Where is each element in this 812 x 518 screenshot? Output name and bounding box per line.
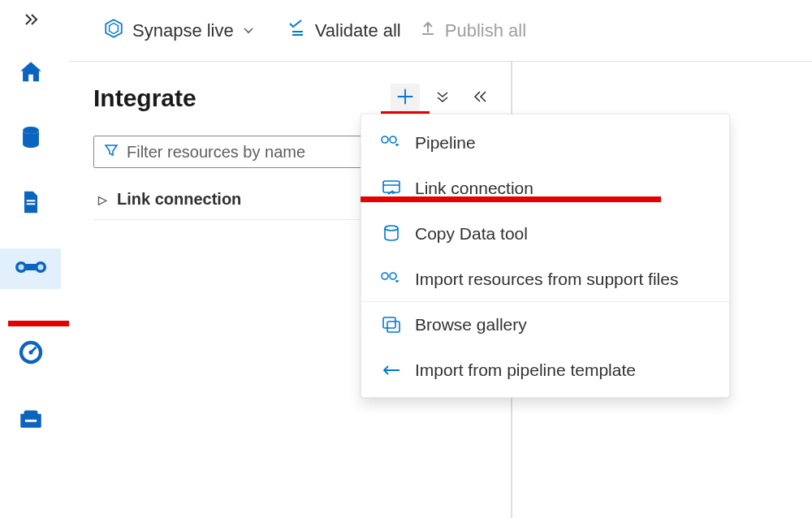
database-icon [17, 123, 45, 155]
sidebar-item-home[interactable] [0, 54, 61, 94]
link-connection-icon [381, 179, 402, 197]
svg-point-5 [37, 264, 43, 270]
caret-right-icon: ▷ [98, 193, 107, 206]
pipeline-icon [15, 253, 47, 285]
import-icon [381, 271, 402, 287]
svg-point-13 [390, 136, 396, 143]
svg-marker-10 [106, 19, 122, 37]
collapse-panel-button[interactable] [465, 84, 495, 113]
svg-point-4 [18, 264, 24, 270]
menu-item-browse-gallery[interactable]: Browse gallery [361, 301, 729, 347]
menu-item-label: Import resources from support files [415, 270, 678, 289]
workspace-mode-label: Synapse live [132, 20, 234, 41]
svg-rect-18 [383, 317, 395, 328]
add-resource-button[interactable] [391, 84, 420, 113]
svg-rect-19 [387, 322, 400, 332]
top-toolbar: Synapse live Validate all Publish all [69, 0, 812, 61]
workspace-mode-button[interactable]: Synapse live [103, 18, 270, 44]
validate-all-label: Validate all [315, 20, 401, 41]
menu-item-import-support[interactable]: Import resources from support files [361, 256, 729, 301]
tree-node-label: Link connection [117, 190, 241, 209]
svg-point-8 [28, 350, 32, 354]
chevron-down-icon [242, 20, 255, 41]
publish-icon [419, 19, 437, 42]
svg-point-0 [23, 126, 39, 133]
publish-all-label: Publish all [445, 20, 526, 41]
add-resource-menu: Pipeline Link connection Copy Data tool … [361, 114, 730, 398]
home-icon [17, 58, 45, 90]
copy-data-icon [381, 224, 402, 244]
menu-item-import-template[interactable]: Import from pipeline template [361, 347, 729, 392]
menu-item-label: Pipeline [415, 133, 476, 153]
sidebar-item-develop[interactable] [0, 183, 61, 224]
expand-all-button[interactable] [428, 84, 457, 113]
left-sidebar [0, 0, 61, 518]
chevrons-right-icon [23, 11, 39, 32]
document-icon [18, 189, 44, 219]
menu-item-pipeline[interactable]: Pipeline [361, 119, 729, 165]
publish-all-button[interactable]: Publish all [419, 19, 526, 42]
svg-rect-14 [383, 181, 400, 192]
svg-point-16 [382, 273, 388, 279]
menu-item-label: Link connection [415, 179, 533, 198]
menu-item-label: Copy Data tool [415, 224, 528, 244]
chevrons-down-icon [435, 89, 450, 108]
sidebar-collapse-button[interactable] [15, 5, 47, 37]
annotation-highlight-link-connection [361, 196, 661, 202]
annotation-highlight-sidebar [8, 321, 69, 326]
menu-item-copy-data[interactable]: Copy Data tool [361, 210, 729, 256]
chevrons-left-icon [473, 89, 487, 108]
pipeline-icon [381, 135, 402, 151]
svg-point-12 [382, 136, 388, 143]
sidebar-item-monitor[interactable] [0, 334, 61, 374]
svg-point-17 [390, 273, 396, 279]
sidebar-item-manage[interactable] [0, 399, 61, 439]
svg-rect-9 [24, 419, 36, 421]
gallery-icon [381, 316, 402, 334]
svg-marker-11 [110, 23, 119, 33]
menu-item-label: Import from pipeline template [415, 360, 636, 380]
sidebar-item-data[interactable] [0, 119, 61, 159]
sidebar-item-integrate[interactable] [0, 248, 61, 289]
explorer-title: Integrate [93, 84, 391, 112]
explorer-actions [391, 84, 511, 113]
toolbox-icon [17, 404, 45, 435]
svg-point-15 [385, 226, 398, 231]
validate-all-button[interactable]: Validate all [287, 19, 401, 42]
gauge-icon [17, 339, 45, 370]
explorer-header: Integrate [93, 84, 511, 113]
checklist-icon [287, 19, 307, 42]
arrow-left-icon [381, 365, 402, 376]
menu-item-link-connection[interactable]: Link connection [361, 165, 729, 210]
menu-item-label: Browse gallery [415, 315, 527, 335]
synapse-icon [103, 18, 124, 44]
filter-icon [104, 143, 119, 162]
plus-icon [394, 85, 417, 112]
